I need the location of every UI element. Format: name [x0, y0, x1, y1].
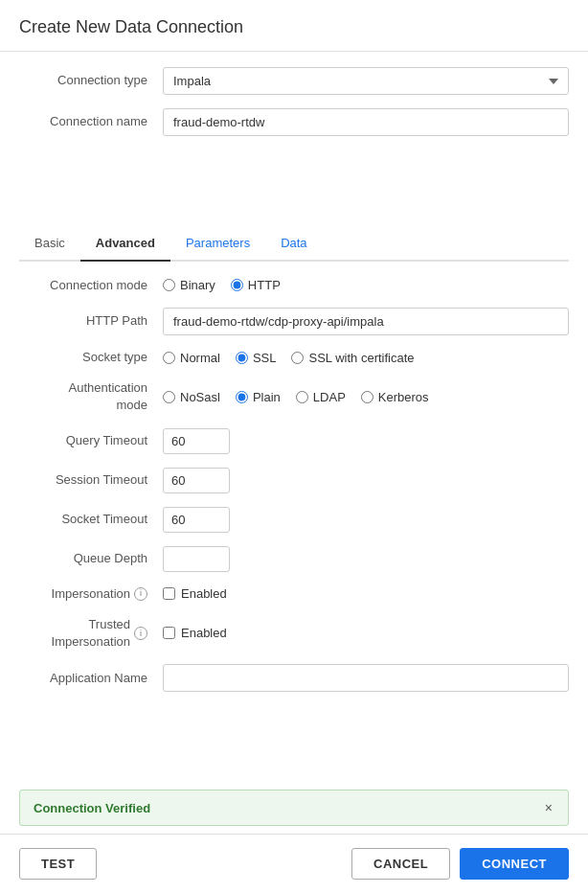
cancel-button[interactable]: CANCEL [351, 848, 450, 880]
radio-http[interactable]: HTTP [231, 278, 281, 292]
application-name-row: Application Name [19, 664, 569, 692]
radio-binary-input[interactable] [163, 279, 175, 291]
application-name-control [163, 664, 569, 692]
auth-mode-label: Authenticationmode [19, 379, 163, 414]
trusted-impersonation-checkbox-item[interactable]: Enabled [163, 626, 227, 640]
radio-ssl[interactable]: SSL [236, 351, 277, 365]
trusted-impersonation-info-icon[interactable]: i [134, 627, 147, 640]
tab-data[interactable]: Data [265, 226, 322, 262]
tabs-bar: Basic Advanced Parameters Data [19, 226, 569, 262]
http-path-row: HTTP Path [19, 308, 569, 335]
query-timeout-input[interactable] [163, 428, 230, 454]
tab-advanced[interactable]: Advanced [80, 226, 170, 262]
tab-basic[interactable]: Basic [19, 226, 80, 262]
radio-normal-input[interactable] [163, 352, 175, 364]
radio-ssl-cert-input[interactable] [291, 352, 304, 364]
radio-http-label: HTTP [248, 278, 281, 292]
query-timeout-row: Query Timeout [19, 428, 569, 454]
tab-parameters[interactable]: Parameters [170, 226, 265, 262]
queue-depth-label: Queue Depth [19, 550, 163, 567]
impersonation-checkbox-label: Enabled [181, 586, 227, 601]
radio-binary-label: Binary [180, 278, 215, 292]
radio-plain-label: Plain [253, 390, 281, 404]
socket-timeout-row: Socket Timeout [19, 507, 569, 533]
radio-ldap-label: LDAP [313, 390, 346, 404]
radio-ssl-cert-label: SSL with certificate [308, 351, 414, 365]
radio-nosasl-input[interactable] [163, 391, 175, 403]
socket-timeout-input[interactable] [163, 507, 230, 533]
radio-nosasl[interactable]: NoSasl [163, 390, 220, 404]
connection-mode-row: Connection mode Binary HTTP [19, 277, 569, 294]
verified-banner: Connection Verified × [19, 790, 569, 826]
http-path-label: HTTP Path [19, 312, 163, 330]
impersonation-label: Impersonation i [19, 585, 163, 603]
radio-normal[interactable]: Normal [163, 351, 220, 365]
socket-timeout-label: Socket Timeout [19, 511, 163, 528]
dialog-footer: TEST CANCEL CONNECT [0, 834, 588, 893]
query-timeout-label: Query Timeout [19, 432, 163, 449]
session-timeout-row: Session Timeout [19, 468, 569, 493]
dialog-container: Create New Data Connection Connection ty… [0, 0, 588, 893]
verified-text: Connection Verified [34, 801, 150, 815]
trusted-impersonation-checkbox-label: Enabled [181, 626, 227, 640]
connection-mode-label: Connection mode [19, 277, 163, 294]
trusted-impersonation-row: TrustedImpersonation i Enabled [19, 616, 569, 651]
http-path-control [163, 308, 569, 335]
socket-type-label: Socket type [19, 349, 163, 366]
connection-mode-group: Binary HTTP [163, 278, 281, 292]
radio-ldap-input[interactable] [296, 391, 308, 403]
connection-name-input[interactable] [163, 108, 569, 136]
form-section-top: Connection type Impala Hive SparkSQL Pos… [0, 52, 588, 226]
connect-button[interactable]: CONNECT [460, 848, 569, 880]
radio-kerberos-input[interactable] [361, 391, 373, 403]
impersonation-row: Impersonation i Enabled [19, 585, 569, 603]
radio-ssl-cert[interactable]: SSL with certificate [291, 351, 414, 365]
radio-kerberos[interactable]: Kerberos [361, 390, 429, 404]
session-timeout-label: Session Timeout [19, 471, 163, 489]
connection-type-row: Connection type Impala Hive SparkSQL Pos… [19, 67, 569, 95]
radio-ssl-label: SSL [253, 351, 277, 365]
application-name-input[interactable] [163, 664, 569, 692]
footer-right: CANCEL CONNECT [351, 848, 569, 880]
connection-name-label: Connection name [19, 113, 163, 130]
socket-type-row: Socket type Normal SSL SSL with certific… [19, 349, 569, 366]
session-timeout-input[interactable] [163, 468, 230, 493]
auth-mode-row: Authenticationmode NoSasl Plain LDAP Ker… [19, 379, 569, 414]
radio-binary[interactable]: Binary [163, 278, 215, 292]
queue-depth-input[interactable] [163, 546, 230, 572]
radio-plain-input[interactable] [236, 391, 248, 403]
dialog-title: Create New Data Connection [19, 17, 243, 36]
dialog-header: Create New Data Connection [0, 0, 588, 52]
test-button[interactable]: TEST [19, 848, 97, 880]
radio-kerberos-label: Kerberos [378, 390, 429, 404]
auth-mode-group: NoSasl Plain LDAP Kerberos [163, 390, 429, 404]
application-name-label: Application Name [19, 670, 163, 687]
radio-http-input[interactable] [231, 279, 243, 291]
socket-type-group: Normal SSL SSL with certificate [163, 351, 415, 365]
http-path-input[interactable] [163, 308, 569, 335]
queue-depth-row: Queue Depth [19, 546, 569, 572]
radio-ssl-input[interactable] [236, 352, 248, 364]
trusted-impersonation-label: TrustedImpersonation i [19, 616, 163, 651]
impersonation-info-icon[interactable]: i [134, 587, 147, 601]
connection-name-control [163, 108, 569, 136]
radio-normal-label: Normal [180, 351, 220, 365]
impersonation-checkbox-item[interactable]: Enabled [163, 586, 227, 601]
trusted-impersonation-checkbox[interactable] [163, 627, 175, 639]
connection-type-select[interactable]: Impala Hive SparkSQL PostgreSQL [163, 67, 569, 95]
radio-ldap[interactable]: LDAP [296, 390, 346, 404]
connection-type-control: Impala Hive SparkSQL PostgreSQL [163, 67, 569, 95]
advanced-content: Connection mode Binary HTTP HTTP Path So… [0, 262, 588, 782]
close-banner-button[interactable]: × [543, 800, 554, 815]
radio-plain[interactable]: Plain [236, 390, 281, 404]
connection-type-label: Connection type [19, 72, 163, 89]
impersonation-checkbox[interactable] [163, 587, 175, 600]
connection-name-row: Connection name [19, 108, 569, 136]
radio-nosasl-label: NoSasl [180, 390, 220, 404]
